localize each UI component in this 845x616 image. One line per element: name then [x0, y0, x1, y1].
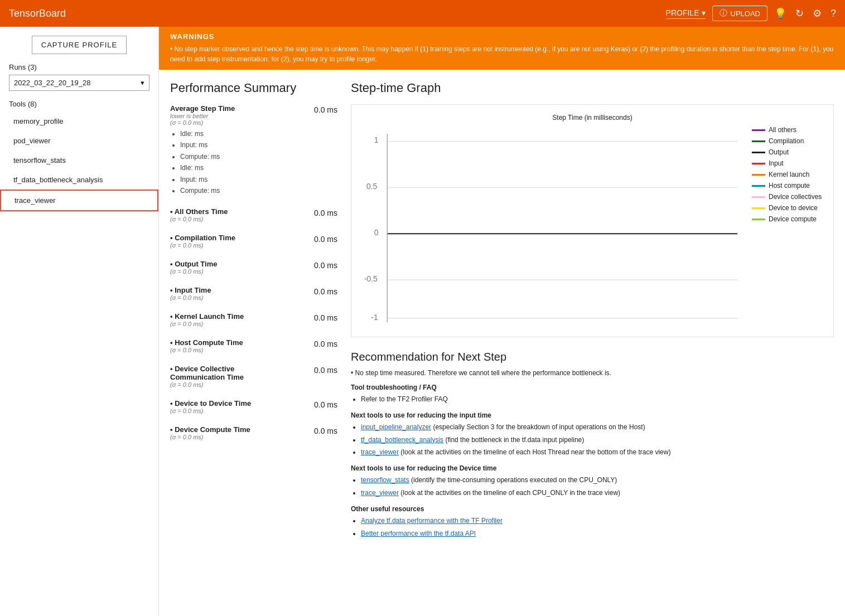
perf-item-label: • Compilation Time — [170, 234, 235, 242]
breakdown-item: Input: ms — [180, 174, 337, 185]
sidebar-item-tensorflow_stats[interactable]: tensorflow_stats — [0, 151, 158, 170]
perf-item-label: • All Others Time — [170, 207, 228, 216]
legend-input: Input — [752, 159, 824, 167]
step-time-graph-title: Step-time Graph — [351, 81, 834, 95]
right-panel: Step-time Graph Step Time (in millisecon… — [351, 81, 834, 540]
perf-item-sub: (σ = 0.0 ms) — [170, 242, 235, 249]
avg-step-breakdown: Idle: ms Input: ms Compute: ms Idle: ms … — [170, 128, 337, 196]
perf-item-sub: (σ = 0.0 ms) — [170, 268, 217, 275]
perf-item-value: 0.0 ms — [314, 400, 337, 409]
upload-label: UPLOAD — [731, 9, 760, 18]
perf-item-label: • Input Time — [170, 286, 211, 294]
sidebar-item-pod_viewer[interactable]: pod_viewer — [0, 131, 158, 151]
chart-wrap: 1 0.5 0 -0.5 -1 — [360, 126, 745, 328]
breakdown-item: Idle: ms — [180, 162, 337, 173]
bullet-icon: • — [170, 45, 175, 53]
recommendation-section: Recommendation for Next Step • No step t… — [351, 351, 834, 539]
input-title: Next tools to use for reducing the input… — [351, 411, 834, 419]
other-title: Other useful resources — [351, 505, 834, 513]
runs-select[interactable]: 2022_03_22_20_19_28 ▾ — [9, 75, 149, 91]
perf-kernel-launch: • Kernel Launch Time (σ = 0.0 ms) 0.0 ms — [170, 312, 337, 327]
breakdown-item: Idle: ms — [180, 128, 337, 139]
legend-swatch — [752, 185, 765, 187]
sidebar: CAPTURE PROFILE Runs (3) 2022_03_22_20_1… — [0, 27, 159, 616]
better-performance-link[interactable]: Better performance with the tf.data API — [361, 530, 476, 537]
lightbulb-icon[interactable]: 💡 — [774, 7, 786, 20]
perf-device-compute: • Device Compute Time (σ = 0.0 ms) 0.0 m… — [170, 425, 337, 440]
tools-list: memory_profile pod_viewer tensorflow_sta… — [0, 111, 158, 211]
tools-label: Tools (8) — [0, 100, 158, 111]
legend-swatch — [752, 207, 765, 209]
profile-label: PROFILE — [666, 8, 699, 17]
sidebar-item-trace_viewer[interactable]: trace_viewer — [0, 190, 158, 211]
info-icon: ⓘ — [720, 8, 727, 18]
legend-device-collectives: Device collectives — [752, 193, 824, 201]
rec-trace-viewer-input: trace_viewer (look at the activities on … — [361, 447, 834, 458]
runs-label: Runs (3) — [0, 63, 158, 75]
profile-select[interactable]: PROFILE ▾ — [666, 8, 706, 19]
analyze-tfdata-link[interactable]: Analyze tf.data performance with the TF … — [361, 517, 503, 525]
rec-tensorflow-stats: tensorflow_stats (identify the time-cons… — [361, 474, 834, 486]
step-time-graph-section: Step-time Graph Step Time (in millisecon… — [351, 81, 834, 337]
perf-item-label: • Device CollectiveCommunication Time — [170, 365, 244, 381]
avg-step-time-value: 0.0 ms — [314, 105, 337, 114]
legend-swatch — [752, 129, 765, 131]
upload-button[interactable]: ⓘ UPLOAD — [712, 6, 767, 21]
settings-icon[interactable]: ⚙ — [813, 7, 822, 20]
graph-container: Step Time (in milliseconds) 1 0.5 0 -0.5… — [351, 104, 834, 337]
legend-device-to-device: Device to device — [752, 204, 824, 212]
perf-item-value: 0.0 ms — [314, 235, 337, 244]
dropdown-arrow-icon: ▾ — [141, 79, 144, 87]
chart-legend: All others Compilation Output — [752, 126, 824, 328]
graph-area: 1 0.5 0 -0.5 -1 — [360, 126, 824, 328]
performance-summary: Performance Summary Average Step Time lo… — [170, 81, 337, 540]
breakdown-item: Input: ms — [180, 139, 337, 151]
input-tools-list: input_pipeline_analyzer (especially Sect… — [351, 421, 834, 458]
legend-all-others: All others — [752, 126, 824, 134]
topbar-icons: 💡 ↻ ⚙ ? — [774, 7, 836, 20]
legend-swatch — [752, 219, 765, 220]
perf-item-sub: (σ = 0.0 ms) — [170, 408, 251, 414]
tensorflow-stats-link[interactable]: tensorflow_stats — [361, 476, 409, 484]
svg-text:0.5: 0.5 — [366, 182, 377, 191]
perf-item-value: 0.0 ms — [314, 261, 337, 270]
perf-item-sub: (σ = 0.0 ms) — [170, 347, 243, 353]
refresh-icon[interactable]: ↻ — [795, 7, 804, 20]
legend-label: Input — [769, 159, 784, 167]
perf-item-value: 0.0 ms — [314, 426, 337, 435]
avg-step-time-label: Average Step Time — [170, 104, 235, 113]
rec-analyze-tfdata: Analyze tf.data performance with the TF … — [361, 515, 834, 526]
warnings-text: • No step marker observed and hence the … — [170, 44, 834, 64]
breakdown-item: Compute: ms — [180, 185, 337, 196]
tool-faq-list: Refer to the TF2 Profiler FAQ — [351, 394, 834, 405]
trace-viewer-link-device[interactable]: trace_viewer — [361, 489, 399, 497]
trace-viewer-link-input[interactable]: trace_viewer — [361, 448, 399, 456]
rec-better-performance: Better performance with the tf.data API — [361, 528, 834, 539]
sidebar-item-memory_profile[interactable]: memory_profile — [0, 111, 158, 131]
perf-item-label: • Device to Device Time — [170, 399, 251, 408]
legend-label: All others — [769, 126, 796, 134]
legend-swatch — [752, 163, 765, 164]
tf-data-link[interactable]: tf_data_bottleneck_analysis — [361, 436, 443, 444]
legend-swatch — [752, 152, 765, 153]
sidebar-item-tf_data_bottleneck_analysis[interactable]: tf_data_bottleneck_analysis — [0, 170, 158, 190]
capture-profile-button[interactable]: CAPTURE PROFILE — [32, 36, 127, 54]
legend-compilation: Compilation — [752, 137, 824, 145]
perf-item-label: • Output Time — [170, 260, 217, 268]
legend-swatch — [752, 140, 765, 142]
warnings-banner: WARNINGS • No step marker observed and h… — [159, 27, 845, 70]
legend-output: Output — [752, 148, 824, 156]
warnings-title: WARNINGS — [170, 32, 834, 41]
perf-summary-title: Performance Summary — [170, 81, 337, 95]
perf-item-value: 0.0 ms — [314, 287, 337, 296]
legend-swatch — [752, 174, 765, 176]
legend-label: Device collectives — [769, 193, 822, 201]
svg-text:-0.5: -0.5 — [364, 275, 378, 283]
perf-item-label: • Kernel Launch Time — [170, 312, 244, 321]
input-pipeline-link[interactable]: input_pipeline_analyzer — [361, 423, 431, 431]
legend-label: Kernel launch — [769, 171, 809, 178]
rec-no-step-text: • No step time measured. Therefore we ca… — [351, 369, 834, 377]
perf-item-sub: (σ = 0.0 ms) — [170, 216, 228, 222]
rec-title: Recommendation for Next Step — [351, 351, 834, 363]
help-icon[interactable]: ? — [830, 8, 836, 20]
